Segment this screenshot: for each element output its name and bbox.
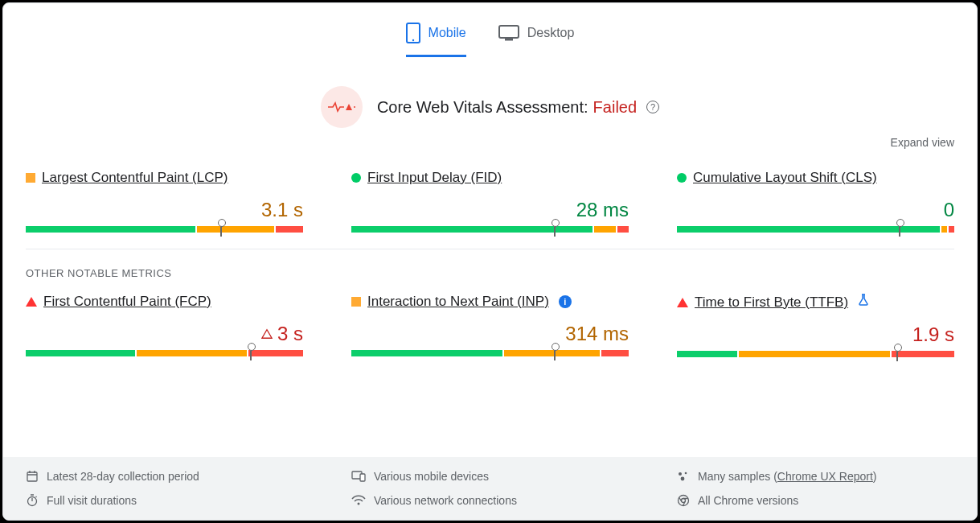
metric-name-link[interactable]: First Contentful Paint (FCP) (43, 294, 211, 310)
status-poor-icon (677, 298, 688, 307)
metric-card: First Input Delay (FID) 28 ms (351, 170, 629, 233)
metric-value: 314 ms (565, 323, 629, 345)
tab-desktop-label: Desktop (527, 26, 575, 40)
devices-icon (351, 471, 366, 482)
svg-marker-7 (262, 330, 272, 339)
footer-durations: Full visit durations (26, 494, 303, 507)
svg-rect-10 (360, 474, 365, 481)
svg-point-13 (681, 477, 685, 481)
footer-collection-period: Latest 28-day collection period (26, 470, 303, 483)
status-needs-improvement-icon (351, 297, 361, 307)
metric-card: Cumulative Layout Shift (CLS) 0 (677, 170, 954, 233)
metric-marker (896, 347, 898, 361)
metric-name-link[interactable]: Interaction to Next Paint (INP) (367, 294, 549, 310)
expand-view-link[interactable]: Expand view (891, 136, 954, 149)
footer-text: Various mobile devices (374, 470, 489, 483)
metric-marker (554, 222, 556, 237)
stopwatch-icon (26, 494, 39, 507)
tab-desktop[interactable]: Desktop (498, 23, 575, 57)
svg-point-6 (354, 106, 355, 108)
footer-text: All Chrome versions (698, 494, 798, 507)
samples-icon (677, 470, 690, 483)
metric-marker (899, 222, 900, 237)
metric-distribution-bar (351, 226, 629, 233)
svg-point-12 (685, 472, 687, 475)
status-needs-improvement-icon (26, 173, 35, 183)
metric-card: Largest Contentful Paint (LCP) 3.1 s (26, 170, 303, 233)
footer-samples: Many samples (Chrome UX Report) (677, 470, 954, 483)
status-good-icon (351, 173, 361, 183)
metric-distribution-bar (26, 350, 303, 356)
footer-text: Full visit durations (47, 494, 137, 507)
device-tabs: Mobile Desktop (3, 3, 977, 57)
core-metrics-grid: Largest Contentful Paint (LCP) 3.1 s Fir… (3, 155, 977, 249)
metric-value: 3.1 s (261, 199, 303, 221)
info-icon[interactable]: i (559, 295, 572, 308)
core-web-vitals-panel: Mobile Desktop Core Web Vitals Assessmen… (2, 2, 978, 521)
metric-distribution-bar (677, 351, 954, 357)
desktop-icon (498, 25, 519, 41)
footer-text: Many samples (Chrome UX Report) (698, 470, 877, 483)
metric-name-link[interactable]: Cumulative Layout Shift (CLS) (693, 170, 877, 186)
assessment-banner: Core Web Vitals Assessment: Failed ? (3, 57, 977, 136)
metric-name-link[interactable]: First Input Delay (FID) (367, 170, 502, 186)
svg-point-15 (358, 503, 360, 505)
calendar-icon (26, 470, 39, 483)
metric-name-link[interactable]: Largest Contentful Paint (LCP) (42, 170, 228, 186)
mobile-icon (406, 23, 420, 43)
metric-marker (554, 346, 556, 360)
network-icon (351, 495, 366, 506)
metric-value: 0 (944, 199, 954, 221)
metric-value: 28 ms (576, 199, 629, 221)
svg-rect-8 (27, 472, 37, 481)
metric-name-link[interactable]: Time to First Byte (TTFB) (695, 294, 848, 311)
footer-text: Various network connections (374, 494, 517, 507)
svg-point-2 (412, 39, 413, 41)
svg-rect-3 (499, 26, 519, 38)
assessment-status: Failed (593, 98, 637, 117)
tab-mobile-label: Mobile (428, 26, 466, 40)
footer-network: Various network connections (351, 494, 629, 507)
warning-icon (261, 328, 273, 340)
assessment-label: Core Web Vitals Assessment: (377, 98, 588, 117)
footer-strip: Latest 28-day collection period Various … (3, 457, 977, 520)
svg-rect-4 (505, 39, 513, 41)
chrome-ux-report-link[interactable]: Chrome UX Report (777, 470, 873, 483)
footer-text: Latest 28-day collection period (47, 470, 199, 483)
footer-chrome: All Chrome versions (677, 494, 954, 507)
other-metrics-grid: First Contentful Paint (FCP) 3 s Interac… (3, 279, 977, 373)
flask-icon (858, 294, 869, 311)
metric-value: 1.9 s (912, 323, 954, 346)
tab-mobile[interactable]: Mobile (406, 23, 466, 57)
help-icon[interactable]: ? (646, 101, 659, 113)
metric-card: Interaction to Next Paint (INP) i 314 ms (351, 294, 629, 357)
status-poor-icon (26, 297, 37, 307)
metric-marker (220, 222, 222, 237)
svg-marker-5 (346, 104, 352, 110)
metric-value: 3 s (277, 323, 303, 345)
status-good-icon (677, 173, 687, 183)
metric-card: Time to First Byte (TTFB) 1.9 s (677, 294, 954, 357)
metric-distribution-bar (351, 350, 629, 356)
svg-point-11 (679, 472, 682, 476)
other-section-label: OTHER NOTABLE METRICS (3, 249, 977, 279)
chrome-icon (677, 494, 690, 507)
assessment-status-icon (321, 86, 363, 128)
footer-devices: Various mobile devices (351, 470, 629, 483)
metric-distribution-bar (26, 226, 303, 233)
metric-card: First Contentful Paint (FCP) 3 s (26, 294, 303, 357)
metric-marker (250, 346, 252, 360)
metric-distribution-bar (677, 226, 954, 233)
